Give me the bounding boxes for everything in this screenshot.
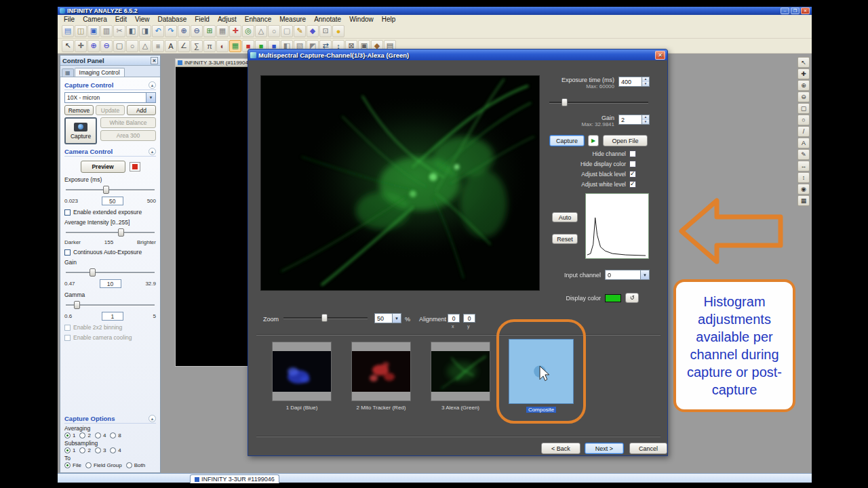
toolbar-icon[interactable]: ●	[332, 25, 344, 37]
stop-button[interactable]	[130, 162, 140, 171]
gamma-value-field[interactable]: 1	[102, 312, 123, 321]
checkbox-icon[interactable]	[629, 171, 636, 178]
play-icon[interactable]: ▶	[588, 135, 599, 146]
intensity-slider[interactable]	[66, 228, 155, 237]
menu-item[interactable]: Annotate	[310, 16, 345, 23]
spin-down-icon[interactable]	[642, 120, 649, 125]
menu-item[interactable]: File	[60, 16, 79, 23]
spin-down-icon[interactable]	[642, 82, 649, 87]
toolbar-icon[interactable]: △	[139, 40, 151, 52]
toolbar-icon[interactable]: ⊕	[178, 25, 190, 37]
radio-option[interactable]: 2	[79, 447, 90, 453]
preview-button[interactable]: Preview	[81, 161, 125, 173]
tool-icon[interactable]: ◉	[797, 184, 810, 195]
toolbar-icon[interactable]: ✚	[75, 40, 87, 52]
toolbar-icon[interactable]: A	[165, 40, 177, 52]
checkbox-icon[interactable]	[629, 181, 636, 188]
gain-slider[interactable]	[66, 268, 155, 277]
checkbox-icon[interactable]	[64, 249, 71, 256]
reset-button[interactable]: Reset	[552, 234, 578, 244]
exposure-value-field[interactable]: 50	[102, 197, 123, 205]
toolbar-icon[interactable]: ⊖	[191, 25, 203, 37]
capture-button[interactable]: Capture	[64, 117, 97, 144]
display-color-swatch[interactable]	[605, 294, 621, 302]
radio-option[interactable]: 4	[110, 447, 121, 453]
toolbar-icon[interactable]: ⊖	[100, 40, 113, 52]
slider-thumb[interactable]	[74, 301, 80, 309]
display-color-reset-button[interactable]: ↺	[625, 293, 639, 303]
gain-field[interactable]: 2	[618, 115, 650, 125]
menu-item[interactable]: Measure	[275, 16, 310, 23]
remove-button[interactable]: Remove	[64, 105, 94, 115]
toolbar-icon[interactable]: ◧	[126, 25, 138, 37]
menu-item[interactable]: Adjust	[214, 16, 241, 23]
tab-imaging-control[interactable]: Imaging Control	[75, 68, 125, 77]
open-file-button[interactable]: Open File	[603, 135, 648, 146]
tool-icon[interactable]: ⊖	[797, 92, 810, 102]
input-channel-dropdown[interactable]: 0 ▼	[605, 270, 650, 280]
collapse-icon[interactable]: ▲	[149, 415, 156, 422]
channel-option[interactable]: Adjust white level	[540, 180, 636, 188]
menu-item[interactable]: Field	[191, 16, 214, 23]
toolbar-icon[interactable]: ▦	[216, 25, 229, 37]
channel-option[interactable]: Hide display color	[540, 160, 636, 167]
continuous-ae-checkbox[interactable]: Continuous Auto-Exposure	[64, 249, 156, 256]
toolbar-icon[interactable]: ▣	[87, 25, 100, 37]
toolbar-icon[interactable]: ▥	[100, 25, 113, 37]
toolbar-icon[interactable]: ○	[268, 25, 280, 37]
menu-item[interactable]: Help	[378, 16, 400, 23]
auto-button[interactable]: Auto	[552, 212, 578, 222]
histogram[interactable]	[585, 193, 649, 259]
channel-thumbnail-dapi[interactable]	[272, 342, 332, 401]
checkbox-icon[interactable]	[629, 150, 636, 157]
gamma-slider[interactable]	[66, 301, 155, 309]
dropdown-arrow-icon[interactable]: ▼	[640, 270, 649, 279]
thumbnail-label-composite[interactable]: Composite	[509, 407, 574, 413]
toolbar-icon[interactable]: π	[203, 40, 216, 52]
menu-item[interactable]: Window	[345, 16, 378, 23]
zoom-slider[interactable]	[283, 314, 368, 322]
tool-icon[interactable]: ▢	[797, 103, 810, 114]
tool-icon[interactable]: /	[797, 126, 810, 137]
preset-dropdown[interactable]: 10X - micron ▼	[64, 92, 156, 103]
toolbar-icon[interactable]: ◆	[307, 25, 319, 37]
radio-option[interactable]: File	[64, 462, 81, 468]
cancel-button[interactable]: Cancel	[629, 443, 667, 454]
add-button[interactable]: Add	[127, 105, 156, 115]
toolbar-icon[interactable]: ▢	[281, 25, 293, 37]
capture-button[interactable]: Capture	[549, 135, 585, 146]
toolbar-icon[interactable]: ▢	[113, 40, 125, 52]
exposure-time-field[interactable]: 400	[618, 77, 650, 87]
control-panel-close-icon[interactable]: ✕	[151, 57, 158, 64]
toolbar-icon[interactable]: ✎	[294, 25, 306, 37]
toolbar-icon[interactable]: △	[255, 25, 267, 37]
toolbar-icon[interactable]: ○	[126, 40, 138, 52]
toolbar-icon[interactable]: ↷	[165, 25, 177, 37]
tool-icon[interactable]: ○	[797, 115, 810, 125]
channel-thumbnail-composite[interactable]	[509, 339, 574, 404]
radio-option[interactable]: 2	[79, 432, 90, 439]
collapse-icon[interactable]: ▲	[149, 148, 156, 155]
extended-exposure-checkbox[interactable]: Enable extended exposure	[64, 209, 156, 216]
tool-icon[interactable]: ↖	[797, 57, 810, 68]
back-button[interactable]: < Back	[541, 443, 580, 454]
slider-thumb[interactable]	[90, 268, 96, 277]
toolbar-icon[interactable]: ◐	[216, 40, 229, 52]
tool-icon[interactable]: ▦	[797, 195, 810, 206]
toolbar-icon[interactable]: ◎	[242, 25, 254, 37]
slider-thumb[interactable]	[321, 314, 328, 322]
channel-option[interactable]: Hide channel	[540, 150, 636, 157]
menu-item[interactable]: Camera	[79, 16, 111, 23]
next-button[interactable]: Next >	[585, 443, 624, 454]
slider-thumb[interactable]	[103, 186, 109, 194]
tool-icon[interactable]: A	[797, 138, 810, 148]
menu-item[interactable]: Edit	[111, 16, 131, 23]
tool-icon[interactable]: ✚	[797, 68, 810, 79]
menu-item[interactable]: Enhance	[241, 16, 275, 23]
maximize-button[interactable]: ❐	[791, 7, 800, 14]
close-button[interactable]: ✕	[801, 7, 810, 14]
alignment-x-field[interactable]: 0	[448, 314, 460, 323]
channel-thumbnail-alexa[interactable]	[431, 342, 490, 401]
collapse-icon[interactable]: ▲	[149, 81, 156, 89]
toolbar-icon[interactable]: ↶	[152, 25, 164, 37]
